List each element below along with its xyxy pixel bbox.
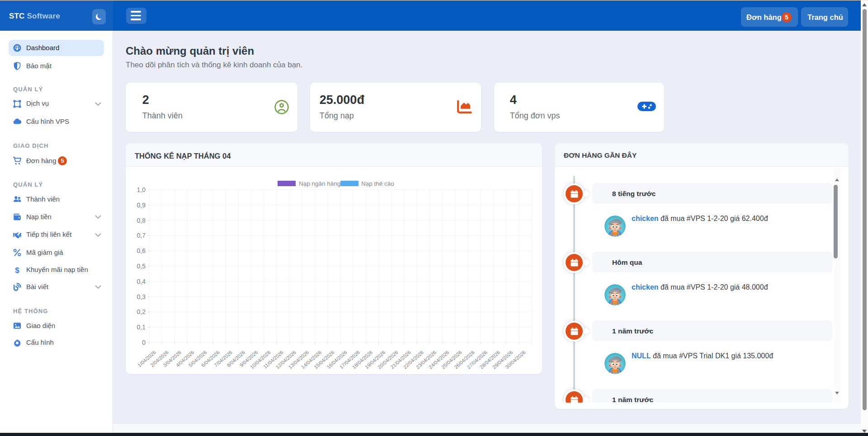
svg-text:0,9: 0,9	[137, 202, 146, 209]
svg-text:0,8: 0,8	[137, 217, 146, 224]
svg-text:0,2: 0,2	[137, 308, 146, 315]
svg-text:0,4: 0,4	[137, 278, 146, 285]
svg-text:0,6: 0,6	[137, 247, 146, 254]
svg-text:$: $	[15, 266, 19, 274]
svg-text:0,3: 0,3	[137, 293, 146, 300]
svg-text:0,5: 0,5	[137, 263, 146, 270]
svg-text:0,1: 0,1	[137, 323, 146, 331]
svg-text:0,7: 0,7	[137, 232, 146, 239]
svg-text:0: 0	[142, 339, 146, 346]
svg-text:1,0: 1,0	[137, 186, 146, 193]
